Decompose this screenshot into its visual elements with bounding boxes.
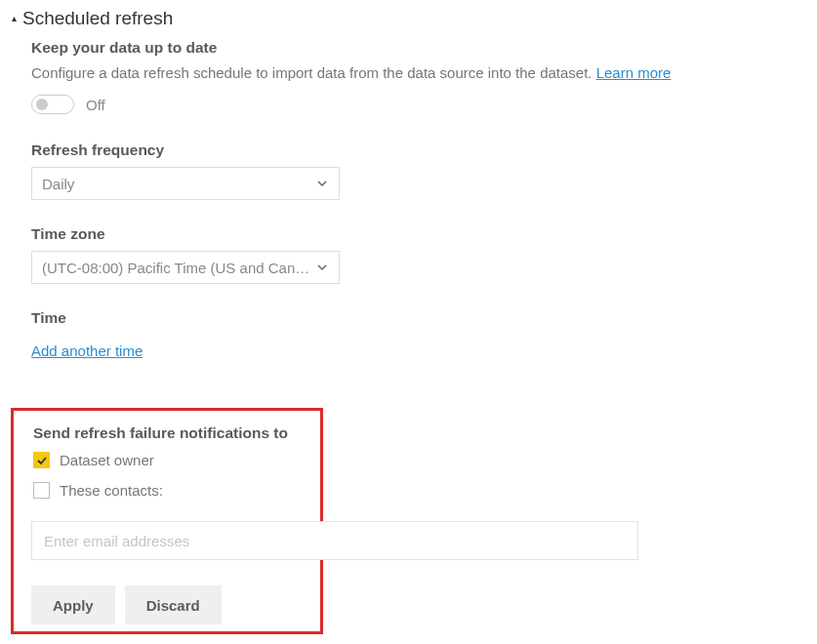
timezone-select[interactable]: (UTC-08:00) Pacific Time (US and Canada)	[31, 251, 340, 284]
collapse-icon: ▴	[12, 14, 17, 23]
frequency-value: Daily	[42, 176, 74, 192]
learn-more-link[interactable]: Learn more	[596, 64, 672, 81]
add-time-link[interactable]: Add another time	[31, 342, 143, 359]
discard-button[interactable]: Discard	[125, 585, 222, 624]
description-text: Configure a data refresh schedule to imp…	[31, 64, 596, 81]
check-icon	[36, 455, 48, 466]
dataset-owner-checkbox[interactable]	[33, 452, 50, 468]
toggle-knob-icon	[36, 99, 48, 110]
apply-button[interactable]: Apply	[31, 585, 115, 624]
section-title: Scheduled refresh	[22, 8, 173, 29]
refresh-toggle[interactable]	[31, 95, 74, 114]
notify-title: Send refresh failure notifications to	[33, 424, 305, 442]
timezone-label: Time zone	[31, 225, 797, 243]
frequency-label: Refresh frequency	[31, 141, 797, 159]
dataset-owner-label: Dataset owner	[60, 452, 154, 468]
toggle-state-label: Off	[86, 97, 105, 113]
keep-data-description: Configure a data refresh schedule to imp…	[31, 64, 797, 81]
contacts-label: These contacts:	[60, 482, 163, 499]
keep-data-title: Keep your data up to date	[31, 39, 797, 57]
email-input[interactable]	[31, 521, 638, 560]
time-label: Time	[31, 309, 797, 327]
section-header[interactable]: ▴ Scheduled refresh	[0, 8, 817, 29]
contacts-checkbox[interactable]	[33, 482, 50, 499]
timezone-value: (UTC-08:00) Pacific Time (US and Canada)	[42, 260, 311, 276]
frequency-select[interactable]: Daily	[31, 167, 340, 200]
